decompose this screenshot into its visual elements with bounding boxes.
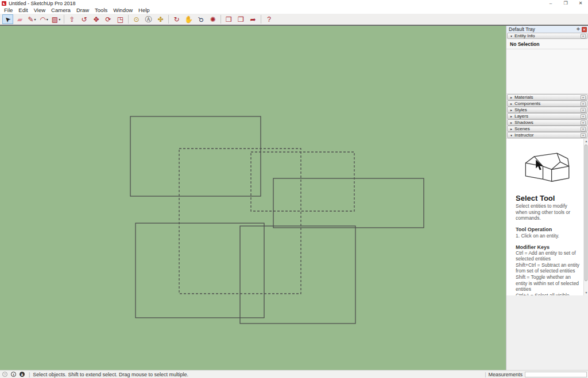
section-label: Scenes — [514, 126, 530, 131]
modifier-key-line: Ctrl = Add an entity to set of selected … — [516, 250, 580, 262]
extension-warehouse-tool[interactable]: ❐ — [235, 14, 246, 24]
tray-section-entity-info[interactable]: ▼ Entity Info × — [507, 33, 587, 39]
status-hint-text: Select objects. Shift to extend select. … — [33, 372, 188, 377]
close-section-button[interactable]: × — [581, 133, 586, 138]
rotate-tool[interactable]: ⟳ — [103, 14, 114, 24]
tape-measure-tool[interactable]: ⊙ — [131, 14, 142, 24]
magnifier-icon: ⚲ — [196, 15, 205, 24]
instructor-description: Select entities to modify when using oth… — [516, 203, 580, 221]
select-tool[interactable]: ➤ — [2, 14, 13, 24]
instructor-scrollbar[interactable]: ▲ ▼ — [583, 139, 588, 295]
rotate-icon: ⟳ — [105, 16, 111, 23]
zoom-tool[interactable]: ⚲ — [195, 14, 206, 24]
offset-tool[interactable]: ◳ — [115, 14, 126, 24]
collapsed-sections: ►Materials×►Components×►Styles×►Layers×►… — [506, 94, 588, 132]
tray-section-components[interactable]: ►Components× — [507, 100, 587, 107]
dropdown-caret-icon[interactable]: ▾ — [59, 17, 60, 21]
menu-edit[interactable]: Edit — [16, 7, 31, 13]
tray-close-button[interactable]: ✕ — [582, 27, 587, 32]
auto-hide-pin-icon[interactable]: ✜ — [577, 27, 580, 32]
menu-window[interactable]: Window — [111, 7, 136, 13]
instructor-heading: Select Tool — [516, 194, 580, 202]
chevron-down-icon[interactable]: ▼ — [510, 34, 513, 38]
3d-warehouse-tool[interactable]: ❒ — [223, 14, 234, 24]
scroll-up-icon[interactable]: ▲ — [584, 139, 588, 144]
arc-tool[interactable]: ◠▾ — [38, 14, 49, 24]
toolbar-separator — [128, 15, 129, 24]
help-status-icon[interactable]: ? — [2, 372, 7, 377]
line-tool[interactable]: ✎▾ — [26, 14, 37, 24]
tray-section-instructor[interactable]: ▼ Instructor × — [507, 132, 587, 138]
help-center-tool[interactable]: ? — [264, 14, 274, 24]
extension-cube-icon: ❐ — [238, 16, 244, 23]
chevron-right-icon[interactable]: ► — [510, 127, 513, 131]
cursor-arrow-icon — [536, 160, 542, 170]
canvas-svg — [0, 26, 506, 370]
chevron-right-icon[interactable]: ► — [510, 115, 513, 118]
paint-bucket-tool[interactable]: ✤ — [155, 14, 166, 24]
chevron-right-icon[interactable]: ► — [510, 96, 513, 99]
follow-me-icon: ↺ — [81, 16, 87, 23]
select-arrow-icon: ➤ — [3, 15, 13, 24]
share-model-icon: ➦ — [250, 16, 256, 23]
tray-title-bar[interactable]: Default Tray ✜ ✕ — [506, 26, 588, 33]
menu-view[interactable]: View — [32, 7, 49, 13]
orbit-tool[interactable]: ↻ — [171, 14, 182, 24]
section-label: Components — [514, 101, 540, 106]
menu-camera[interactable]: Camera — [49, 7, 74, 13]
toolbar: ➤▰✎▾◠▾▨▾⇧↺✥⟳◳⊙Ⓐ✤↻✋⚲✺❒❐➦? — [0, 14, 588, 26]
chevron-right-icon[interactable]: ► — [510, 108, 513, 112]
tray-section-shadows[interactable]: ►Shadows× — [507, 119, 587, 126]
measurements-divider: | — [485, 372, 486, 377]
arc-icon: ◠ — [40, 16, 45, 23]
move-icon: ✥ — [93, 16, 99, 23]
scrollbar-thumb[interactable] — [585, 145, 587, 281]
close-button[interactable]: ✕ — [573, 1, 588, 6]
geolocation-status-icon[interactable]: i — [11, 372, 16, 377]
text-tool[interactable]: Ⓐ — [143, 14, 154, 24]
close-section-button[interactable]: × — [581, 120, 586, 125]
close-section-button[interactable]: × — [581, 95, 586, 100]
menu-file[interactable]: File — [2, 7, 16, 13]
pan-tool[interactable]: ✋ — [183, 14, 194, 24]
close-section-button[interactable]: × — [581, 34, 586, 38]
menu-draw[interactable]: Draw — [74, 7, 92, 13]
tray-section-layers[interactable]: ►Layers× — [507, 113, 587, 119]
scroll-down-icon[interactable]: ▼ — [584, 290, 588, 295]
zoom-extents-tool[interactable]: ✺ — [207, 14, 218, 24]
tool-operation-step: 1. Click on an entity. — [516, 233, 580, 239]
canvas-background[interactable] — [0, 26, 506, 370]
chevron-down-icon[interactable]: ▼ — [510, 134, 513, 137]
tray-section-styles[interactable]: ►Styles× — [507, 107, 587, 113]
tray-section-scenes[interactable]: ►Scenes× — [507, 126, 587, 132]
section-label: Instructor — [514, 133, 533, 138]
menu-tools[interactable]: Tools — [92, 7, 111, 13]
move-tool[interactable]: ✥ — [91, 14, 102, 24]
measurements-input[interactable] — [525, 372, 587, 377]
chevron-right-icon[interactable]: ► — [510, 102, 513, 106]
section-label: Materials — [514, 95, 533, 100]
drawing-canvas[interactable] — [0, 26, 506, 370]
follow-me-tool[interactable]: ↺ — [79, 14, 90, 24]
minimize-button[interactable]: – — [543, 1, 558, 6]
dropdown-caret-icon[interactable]: ▾ — [34, 17, 36, 21]
tray-empty-area — [506, 295, 588, 370]
share-model-tool[interactable]: ➦ — [247, 14, 258, 24]
credits-status-icon[interactable]: ♟ — [20, 372, 25, 377]
chevron-right-icon[interactable]: ► — [510, 121, 513, 124]
menu-help[interactable]: Help — [136, 7, 153, 13]
menu-bar: FileEditViewCameraDrawToolsWindowHelp — [0, 6, 588, 14]
eraser-tool[interactable]: ▰ — [14, 14, 25, 24]
push-pull-tool[interactable]: ⇧ — [67, 14, 78, 24]
tray-section-materials[interactable]: ►Materials× — [507, 94, 587, 100]
close-section-button[interactable]: × — [581, 114, 586, 119]
restore-button[interactable]: ❐ — [558, 1, 573, 6]
rectangle-tool[interactable]: ▨▾ — [51, 14, 61, 24]
orbit-icon: ↻ — [173, 16, 179, 23]
toolbar-separator — [261, 15, 261, 24]
dropdown-caret-icon[interactable]: ▾ — [47, 17, 48, 21]
close-section-button[interactable]: × — [581, 102, 586, 106]
close-section-button[interactable]: × — [581, 127, 586, 131]
section-label: Styles — [514, 107, 527, 112]
close-section-button[interactable]: × — [581, 108, 586, 112]
